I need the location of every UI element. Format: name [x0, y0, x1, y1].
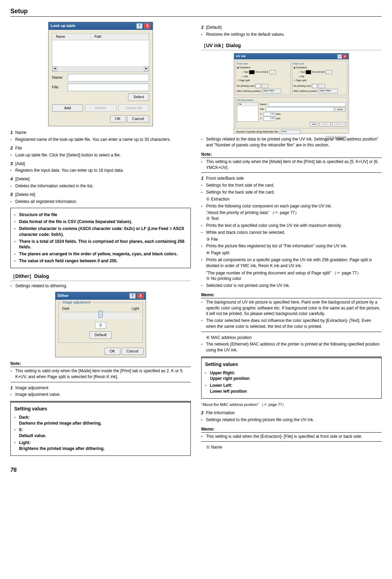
file-input[interactable]: [68, 84, 149, 91]
memo-text: The color selected here does not influen…: [201, 318, 382, 330]
item-title: File Information: [206, 410, 235, 415]
uv-intro: Settings related to the data to be print…: [201, 136, 382, 148]
item-desc: Look-up table file. Click the [Select] b…: [10, 152, 191, 158]
item-num: 1: [10, 130, 13, 135]
setting-values-box: Setting values Upper Right:Upper right p…: [201, 357, 382, 399]
item-desc: Deletes the information selected in the …: [10, 183, 191, 189]
radio-icon[interactable]: ○: [242, 70, 243, 74]
x-input[interactable]: 0.00: [264, 112, 275, 116]
close-icon[interactable]: X: [144, 23, 151, 29]
y-label: Y :: [260, 117, 263, 120]
ok-button[interactable]: OK: [110, 115, 126, 122]
help-icon[interactable]: ?: [129, 293, 136, 299]
dither-cancel-button[interactable]: Cancel: [121, 348, 144, 355]
mac-label: MAC address position:: [293, 90, 318, 93]
radio-icon[interactable]: ○: [242, 75, 243, 78]
radio-icon[interactable]: ○: [298, 70, 300, 74]
dither-value[interactable]: 0: [95, 322, 106, 329]
y-input[interactable]: 0.00: [263, 117, 275, 121]
lookup-list[interactable]: ◄ ►: [52, 40, 149, 72]
box-line: The planes are arranged in the order of …: [14, 251, 187, 257]
dither-default-button[interactable]: Default: [90, 331, 112, 339]
dither-desc: Settings related to dithering.: [10, 283, 191, 289]
circled-item: ① Extraction: [201, 196, 382, 202]
radio-icon[interactable]: ○: [293, 79, 295, 82]
item-num: 3: [10, 161, 13, 166]
radio-icon[interactable]: ◉: [293, 66, 296, 69]
name-input[interactable]: [68, 74, 149, 82]
color-swatch[interactable]: [249, 70, 255, 74]
box-line: Structure of the file: [14, 212, 187, 218]
browse-button[interactable]: ...: [326, 70, 332, 74]
item-title: [Default]: [206, 25, 222, 30]
help-icon[interactable]: ?: [338, 54, 342, 58]
circled-item: ② Text: [201, 216, 382, 222]
add-button[interactable]: Add: [52, 104, 83, 112]
file-list[interactable]: File: [237, 102, 258, 122]
uv-dialog-title: UV ink: [236, 54, 246, 59]
select-button[interactable]: Select: [128, 93, 149, 101]
item-desc: Settings for the back side of the card.: [201, 189, 382, 195]
horizontal-scrollbar[interactable]: ◄ ►: [52, 66, 149, 71]
radio-icon[interactable]: ◉: [237, 66, 239, 69]
slider-light-label: Light: [131, 306, 139, 311]
item-desc: Settings related to the printing picture…: [201, 417, 382, 423]
front-side-label: Front side: [237, 62, 289, 66]
slider-thumb[interactable]: [99, 311, 103, 318]
browse-button[interactable]: ...: [318, 84, 325, 88]
item-num: 2: [201, 25, 204, 30]
circled-item: ⑤ No printing color: [201, 276, 382, 282]
cancel-button[interactable]: Cancel: [127, 115, 149, 122]
help-icon[interactable]: ?: [136, 23, 143, 29]
sv-label: Lower Left:: [210, 383, 232, 388]
opt-label: Text: [300, 70, 305, 74]
dither-slider[interactable]: [62, 312, 139, 319]
mac-position-select[interactable]: Upper Right: [318, 89, 338, 93]
sv-desc: Brightens the printed image after dither…: [19, 446, 105, 451]
col-header-name[interactable]: Name: [52, 34, 91, 40]
item-num: 5: [10, 192, 13, 197]
memo-heading: Memo:: [201, 426, 382, 433]
radio-icon[interactable]: ○: [298, 75, 300, 78]
delete-button: Delete: [85, 104, 116, 112]
box-line: There is a total of 1024 fields. This is…: [14, 239, 187, 250]
scroll-left-icon[interactable]: ◄: [52, 67, 57, 71]
close-icon[interactable]: X: [343, 54, 347, 58]
mac-position-select[interactable]: Upper Right: [262, 89, 281, 93]
panels-select[interactable]: Auto: [281, 130, 300, 134]
item-desc: Prints the text of a specified color usi…: [201, 223, 382, 229]
item-desc: Settings for the front side of the card.: [201, 182, 382, 188]
lookup-table-dialog: Look up table ? X Name Path ◄ ►: [48, 22, 153, 126]
opt-label: Text: [244, 70, 248, 74]
sv-label: Dark:: [19, 415, 30, 420]
color-swatch[interactable]: [255, 84, 261, 88]
page-header: Setup: [10, 7, 382, 17]
item-num: 2: [10, 146, 13, 151]
dither-ok-button[interactable]: OK: [104, 348, 120, 355]
browse-button[interactable]: ...: [262, 84, 269, 88]
ffile-input[interactable]: [266, 107, 334, 111]
item-title: [Delete]: [15, 177, 29, 181]
col-header-path[interactable]: Path: [91, 34, 149, 40]
file-select-button[interactable]: Select: [335, 107, 346, 111]
close-icon[interactable]: X: [137, 293, 144, 299]
radio-icon[interactable]: ○: [237, 79, 238, 82]
sv-desc: Darkens the printed image after ditherin…: [19, 421, 102, 426]
file-info-label: File information: [237, 99, 346, 102]
opt-label: Extraction: [240, 66, 250, 69]
uv-ink-section-title: ［UV ink］Dialog: [201, 42, 382, 51]
setting-values-title: Setting values: [205, 361, 378, 368]
item-desc: Registered name of the look-up table fil…: [10, 137, 191, 143]
color-swatch[interactable]: [312, 84, 317, 88]
back-side-label: Back side: [293, 62, 346, 66]
browse-button[interactable]: ...: [269, 70, 276, 74]
item-desc: Prints the following color component on …: [201, 203, 382, 209]
circled-item: ⑥ MAC address position: [201, 335, 382, 341]
opt-label: File: [244, 75, 248, 78]
fname-input[interactable]: [269, 102, 346, 107]
color-swatch[interactable]: [306, 70, 311, 74]
file-delete-all-button: Delete All: [332, 122, 346, 126]
box-line: Delimiter character is comma (ASCII char…: [14, 226, 187, 238]
scroll-right-icon[interactable]: ►: [144, 67, 149, 71]
file-add-button[interactable]: Add: [310, 122, 318, 126]
